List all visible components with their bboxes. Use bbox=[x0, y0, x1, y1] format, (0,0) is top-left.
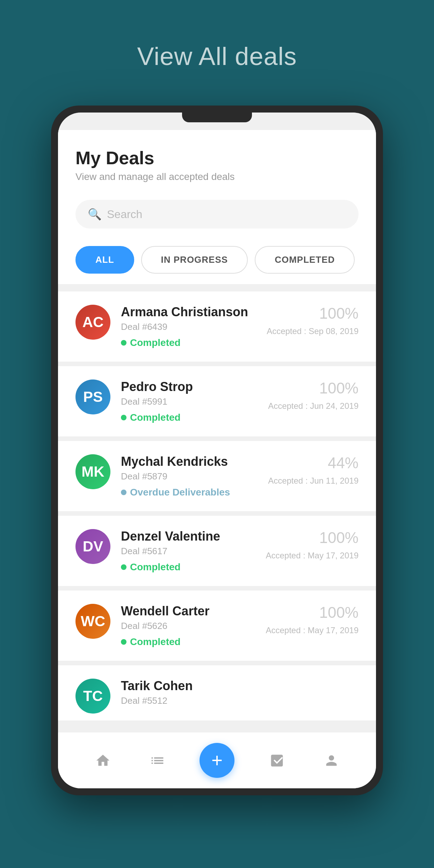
status-dot-2 bbox=[121, 415, 126, 420]
deal-status-4: Completed bbox=[121, 562, 266, 573]
app-content: My Deals View and manage all accepted de… bbox=[58, 113, 376, 788]
nav-profile-icon[interactable] bbox=[319, 748, 343, 773]
deal-card-6[interactable]: TC Tarik Cohen Deal #5512 bbox=[58, 665, 376, 721]
search-input[interactable]: Search bbox=[107, 208, 142, 221]
deal-card-4[interactable]: DV Denzel Valentine Deal #5617 Completed… bbox=[58, 516, 376, 586]
status-dot-1 bbox=[121, 340, 126, 346]
tab-completed[interactable]: COMPLETED bbox=[255, 246, 355, 274]
deal-info-5: Wendell Carter Deal #5626 Completed bbox=[121, 604, 266, 648]
deal-name-6: Tarik Cohen bbox=[121, 679, 359, 693]
deal-right-1: 100% Accepted : Sep 08, 2019 bbox=[267, 305, 359, 336]
page-title: View All deals bbox=[137, 42, 297, 71]
fab-button[interactable]: + bbox=[200, 743, 234, 778]
fab-icon: + bbox=[211, 751, 223, 770]
deal-card-1[interactable]: AC Armana Christianson Deal #6439 Comple… bbox=[58, 291, 376, 362]
deal-percentage-4: 100% bbox=[319, 529, 359, 547]
avatar-3: MK bbox=[75, 454, 110, 489]
phone-notch bbox=[182, 113, 252, 122]
deal-percentage-3: 44% bbox=[328, 454, 359, 472]
deal-status-3: Overdue Deliverables bbox=[121, 487, 268, 498]
status-dot-3 bbox=[121, 490, 126, 495]
deal-number-1: Deal #6439 bbox=[121, 321, 267, 332]
deal-name-3: Mychal Kendricks bbox=[121, 454, 268, 469]
deal-status-1: Completed bbox=[121, 337, 267, 348]
deal-right-5: 100% Accepted : May 17, 2019 bbox=[266, 604, 359, 635]
deal-percentage-1: 100% bbox=[319, 305, 359, 322]
deal-number-4: Deal #5617 bbox=[121, 546, 266, 557]
deal-percentage-5: 100% bbox=[319, 604, 359, 621]
deal-card-2[interactable]: PS Pedro Strop Deal #5991 Completed 100%… bbox=[58, 366, 376, 437]
filter-tabs: ALL IN PROGRESS COMPLETED bbox=[58, 239, 376, 284]
deals-list: AC Armana Christianson Deal #6439 Comple… bbox=[58, 284, 376, 732]
nav-list-icon[interactable] bbox=[145, 748, 169, 773]
deal-status-5: Completed bbox=[121, 636, 266, 648]
deal-info-6: Tarik Cohen Deal #5512 bbox=[121, 679, 359, 711]
nav-home-icon[interactable] bbox=[91, 748, 115, 773]
status-dot-4 bbox=[121, 564, 126, 570]
nav-chart-icon[interactable] bbox=[265, 748, 289, 773]
deal-info-3: Mychal Kendricks Deal #5879 Overdue Deli… bbox=[121, 454, 268, 498]
deal-number-6: Deal #5512 bbox=[121, 695, 359, 706]
deal-date-4: Accepted : May 17, 2019 bbox=[266, 551, 359, 560]
app-header: My Deals View and manage all accepted de… bbox=[58, 130, 376, 193]
avatar-6: TC bbox=[75, 679, 110, 714]
search-container: 🔍 Search bbox=[58, 193, 376, 239]
page-title-section: View All deals bbox=[0, 0, 434, 106]
avatar-5: WC bbox=[75, 604, 110, 639]
tab-in-progress[interactable]: IN PROGRESS bbox=[141, 246, 248, 274]
deal-card-3[interactable]: MK Mychal Kendricks Deal #5879 Overdue D… bbox=[58, 441, 376, 512]
deal-name-1: Armana Christianson bbox=[121, 305, 267, 319]
deal-name-5: Wendell Carter bbox=[121, 604, 266, 619]
app-subtitle: View and manage all accepted deals bbox=[75, 171, 359, 182]
deal-name-4: Denzel Valentine bbox=[121, 529, 266, 544]
avatar-1: AC bbox=[75, 305, 110, 340]
deal-number-5: Deal #5626 bbox=[121, 621, 266, 631]
deal-date-2: Accepted : Jun 24, 2019 bbox=[268, 401, 359, 411]
bottom-nav: + bbox=[58, 732, 376, 788]
deal-date-3: Accepted : Jun 11, 2019 bbox=[268, 476, 359, 486]
deal-info-1: Armana Christianson Deal #6439 Completed bbox=[121, 305, 267, 348]
deal-percentage-2: 100% bbox=[319, 379, 359, 397]
status-dot-5 bbox=[121, 639, 126, 645]
deal-name-2: Pedro Strop bbox=[121, 379, 268, 394]
app-title: My Deals bbox=[75, 147, 359, 168]
deal-right-2: 100% Accepted : Jun 24, 2019 bbox=[268, 379, 359, 411]
avatar-4: DV bbox=[75, 529, 110, 564]
deal-info-4: Denzel Valentine Deal #5617 Completed bbox=[121, 529, 266, 573]
deal-date-1: Accepted : Sep 08, 2019 bbox=[267, 326, 359, 336]
avatar-2: PS bbox=[75, 379, 110, 414]
deal-right-3: 44% Accepted : Jun 11, 2019 bbox=[268, 454, 359, 486]
deal-number-3: Deal #5879 bbox=[121, 471, 268, 482]
tab-all[interactable]: ALL bbox=[75, 246, 134, 274]
deal-status-2: Completed bbox=[121, 412, 268, 423]
phone-frame: My Deals View and manage all accepted de… bbox=[51, 106, 383, 795]
deal-info-2: Pedro Strop Deal #5991 Completed bbox=[121, 379, 268, 423]
deal-date-5: Accepted : May 17, 2019 bbox=[266, 625, 359, 635]
phone-screen: My Deals View and manage all accepted de… bbox=[58, 113, 376, 788]
deal-card-5[interactable]: WC Wendell Carter Deal #5626 Completed 1… bbox=[58, 591, 376, 661]
search-icon: 🔍 bbox=[88, 208, 102, 221]
search-bar[interactable]: 🔍 Search bbox=[75, 200, 359, 229]
deal-right-4: 100% Accepted : May 17, 2019 bbox=[266, 529, 359, 560]
deal-number-2: Deal #5991 bbox=[121, 396, 268, 407]
